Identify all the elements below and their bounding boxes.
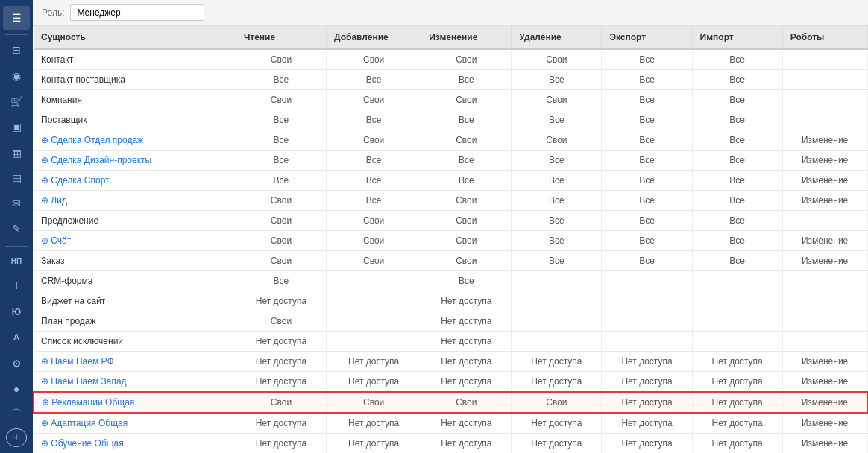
table-row[interactable]: ⊕ Сделка Отдел продажВсеСвоиСвоиСвоиВсеВ… <box>34 130 867 151</box>
table-row[interactable]: Контакт поставщикаВсеВсеВсеВсеВсеВсе <box>34 70 867 90</box>
table-row[interactable]: План продажСвоиНет доступа <box>34 311 867 332</box>
cell-robots: Изменение <box>782 352 867 372</box>
cell-delete <box>512 291 602 311</box>
sidebar-icon-np[interactable]: НП <box>3 249 30 273</box>
cell-change: Свои <box>421 392 512 413</box>
cell-entity: ⊕ Обучение Общая <box>34 434 236 454</box>
cell-export: Все <box>602 130 692 151</box>
cell-delete: Нет доступа <box>512 352 602 372</box>
col-robots: Роботы <box>782 26 867 49</box>
cell-entity: Компания <box>34 90 236 110</box>
cell-entity: Контакт <box>34 49 236 70</box>
cell-change: Нет доступа <box>421 311 512 332</box>
cell-robots: Изменение <box>782 151 867 171</box>
cell-change: Все <box>421 110 512 130</box>
sidebar-icon-document[interactable]: ▣ <box>3 115 30 139</box>
cell-read: Свои <box>236 311 326 332</box>
sidebar-icon-a[interactable]: А <box>3 326 30 349</box>
table-row[interactable]: ПоставщикВсеВсеВсеВсеВсеВсе <box>34 110 867 130</box>
cell-read: Нет доступа <box>236 332 326 352</box>
cell-entity: ⊕ Адаптация Общая <box>34 413 236 434</box>
sidebar-icon-settings[interactable]: ⚙ <box>3 352 30 376</box>
cell-import <box>692 271 782 291</box>
table-row[interactable]: ⊕ Сделка СпортВсеВсеВсеВсеВсеВсеИзменени… <box>34 171 867 191</box>
sidebar-icon-folder[interactable]: ▤ <box>3 166 30 190</box>
cell-read: Все <box>236 171 326 191</box>
cell-read: Все <box>236 70 326 90</box>
col-entity: Сущность <box>34 26 236 49</box>
sidebar-add-button[interactable]: + <box>6 428 27 447</box>
table-row[interactable]: КонтактСвоиСвоиСвоиСвоиВсеВсе <box>34 49 867 70</box>
sidebar-icon-filter[interactable]: ⊟ <box>3 38 30 62</box>
table-row[interactable]: ⊕ СчётСвоиСвоиСвоиВсеВсеВсеИзменение <box>34 231 867 251</box>
cell-add: Нет доступа <box>327 352 421 372</box>
sidebar-icon-i[interactable]: I <box>3 275 30 299</box>
cell-export: Все <box>602 171 692 191</box>
table-row[interactable]: ЗаказСвоиСвоиСвоиВсеВсеВсеИзменение <box>34 251 867 271</box>
cell-read: Все <box>236 110 326 130</box>
table-row[interactable]: ⊕ Наем Наем ЗападНет доступаНет доступаН… <box>34 372 867 393</box>
sidebar-icon-yu[interactable]: Ю <box>3 300 30 324</box>
cell-delete: Все <box>512 231 602 251</box>
cell-export: Все <box>602 251 692 271</box>
table-row[interactable]: ПредложениеСвоиСвоиСвоиВсеВсеВсе <box>34 211 867 231</box>
cell-read: Свои <box>236 251 326 271</box>
table-row[interactable]: CRM-формаВсеВсе <box>34 271 867 291</box>
cell-entity: ⊕ Лид <box>34 191 236 211</box>
sidebar-icon-cart[interactable]: 🛒 <box>3 89 30 113</box>
table-row[interactable]: ⊕ Адаптация ОбщаяНет доступаНет доступаН… <box>34 413 867 434</box>
cell-export <box>602 311 692 332</box>
cell-entity: CRM-форма <box>34 271 236 291</box>
cell-read: Нет доступа <box>236 291 326 311</box>
sidebar-icon-globe[interactable]: ◉ <box>3 63 30 87</box>
cell-delete: Свои <box>512 90 602 110</box>
sidebar-icon-chart[interactable]: ▦ <box>3 140 30 164</box>
cell-robots <box>782 311 867 332</box>
cell-delete: Нет доступа <box>512 372 602 393</box>
cell-robots <box>782 211 867 231</box>
cell-robots <box>782 70 867 90</box>
cell-read: Нет доступа <box>236 352 326 372</box>
col-add: Добавление <box>327 26 421 49</box>
cell-robots: Изменение <box>782 191 867 211</box>
cell-export <box>602 271 692 291</box>
cell-delete: Все <box>512 191 602 211</box>
sidebar-icon-edit[interactable]: ✎ <box>3 217 30 241</box>
role-input[interactable] <box>70 4 204 21</box>
table-row[interactable]: ⊕ Наем Наем РФНет доступаНет доступаНет … <box>34 352 867 372</box>
cell-delete <box>512 311 602 332</box>
cell-add: Свои <box>327 251 421 271</box>
cell-read: Все <box>236 151 326 171</box>
permissions-table-container[interactable]: Сущность Чтение Добавление Изменение Уда… <box>33 26 868 453</box>
cell-delete: Все <box>512 151 602 171</box>
table-row[interactable]: КомпанияСвоиСвоиСвоиСвоиВсеВсе <box>34 90 867 110</box>
cell-change: Свои <box>421 191 512 211</box>
table-row[interactable]: ⊕ Обучение ОбщаяНет доступаНет доступаНе… <box>34 434 867 454</box>
cell-change: Нет доступа <box>421 434 512 454</box>
cell-change: Свои <box>421 211 512 231</box>
cell-delete: Все <box>512 171 602 191</box>
sidebar-icon-menu[interactable]: ☰ <box>3 6 30 30</box>
cell-robots <box>782 291 867 311</box>
cell-read: Свои <box>236 231 326 251</box>
cell-add <box>327 311 421 332</box>
cell-robots <box>782 90 867 110</box>
cell-robots: Изменение <box>782 413 867 434</box>
cell-import: Все <box>692 231 782 251</box>
cell-add: Свои <box>327 90 421 110</box>
table-row[interactable]: Виджет на сайтНет доступаНет доступа <box>34 291 867 311</box>
table-row[interactable]: ⊕ Сделка Дизайн-проектыВсеВсеВсеВсеВсеВс… <box>34 151 867 171</box>
col-read: Чтение <box>236 26 326 49</box>
table-row[interactable]: Список исключенийНет доступаНет доступа <box>34 332 867 352</box>
role-label: Роль: <box>42 7 64 18</box>
cell-import: Нет доступа <box>692 434 782 454</box>
cell-robots <box>782 49 867 70</box>
sidebar-icon-circle[interactable]: ● <box>3 377 30 401</box>
sidebar-icon-mail[interactable]: ✉ <box>3 191 30 215</box>
sidebar: ☰ ⊟ ◉ 🛒 ▣ ▦ ▤ ✉ ✎ НП I Ю А ⚙ ● ⌒ + <box>0 0 33 453</box>
cell-import: Все <box>692 110 782 130</box>
sidebar-icon-link[interactable]: ⌒ <box>3 402 30 426</box>
cell-entity: ⊕ Рекламации Общая <box>34 392 236 413</box>
table-row[interactable]: ⊕ ЛидСвоиВсеСвоиВсеВсеВсеИзменение <box>34 191 867 211</box>
table-row[interactable]: ⊕ Рекламации ОбщаяСвоиСвоиСвоиСвоиНет до… <box>34 392 867 413</box>
